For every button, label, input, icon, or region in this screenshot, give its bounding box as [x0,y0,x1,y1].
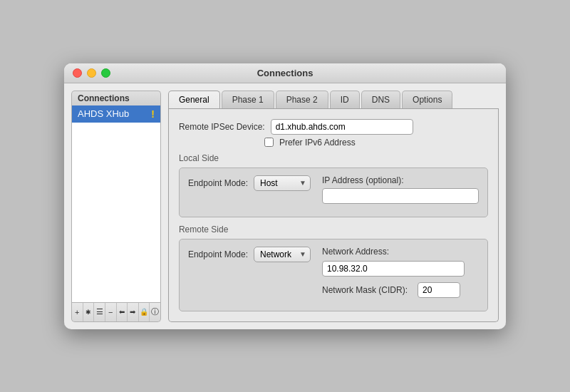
warning-icon: ! [151,108,155,120]
remote-ipsec-row: Remote IPSec Device: [179,119,488,135]
left-panel: Connections AHDS XHub ! + ✱ ☰ − ⬅ ➡ 🔒 ⓘ [71,91,161,322]
local-endpoint-select-wrapper: Host Network ▼ [254,175,311,191]
network-mask-input[interactable] [418,282,460,298]
import-button[interactable]: ⬅ [117,303,128,321]
local-endpoint-mode-select[interactable]: Host Network [254,175,311,191]
general-content: Remote IPSec Device: Prefer IPv6 Address… [168,109,499,322]
export-button[interactable]: ➡ [128,303,139,321]
tab-options[interactable]: Options [402,91,452,108]
remote-ipsec-label: Remote IPSec Device: [179,122,265,132]
remote-side-label: Remote Side [179,225,488,234]
tab-phase1[interactable]: Phase 1 [222,91,274,108]
connections-toolbar: + ✱ ☰ − ⬅ ➡ 🔒 ⓘ [71,303,161,322]
remote-endpoint-select-wrapper: Network Host ▼ [254,247,311,262]
add-connection-button[interactable]: + [72,303,83,321]
tab-general[interactable]: General [168,91,220,108]
info-button[interactable]: ⓘ [150,303,160,321]
tab-dns[interactable]: DNS [361,91,400,108]
lock-button[interactable]: 🔒 [139,303,150,321]
duplicate-button[interactable]: ✱ [83,303,95,321]
prefer-ipv6-checkbox[interactable] [264,138,274,147]
minimize-button[interactable] [87,68,96,78]
titlebar: Connections [64,63,506,83]
ip-address-optional-label: IP Address (optional): [322,175,479,185]
remote-side-panel: Endpoint Mode: Network Host ▼ Netw [179,239,488,311]
local-endpoint-mode-label: Endpoint Mode: [188,175,248,188]
remove-button[interactable]: − [105,303,117,321]
network-address-row: Network Address: [322,247,479,257]
remote-endpoint-row: Endpoint Mode: Network Host ▼ Netw [188,247,479,298]
remote-endpoint-mode-select[interactable]: Network Host [254,247,311,262]
traffic-lights [73,68,110,78]
connection-label: AHDS XHub [78,108,129,119]
local-side-label: Local Side [179,153,488,163]
network-mask-row: Network Mask (CIDR): [322,282,479,298]
connections-list: AHDS XHub ! [71,105,161,303]
remote-side-section: Remote Side Endpoint Mode: Network Host … [179,225,488,311]
tab-id[interactable]: ID [330,91,360,108]
remote-ipsec-input[interactable] [271,119,413,135]
prefer-ipv6-label: Prefer IPv6 Address [279,138,356,148]
tabs-bar: General Phase 1 Phase 2 ID DNS Options [168,91,499,109]
ip-address-input[interactable] [322,188,479,204]
connections-header: Connections [71,91,161,105]
network-address-input[interactable] [322,261,465,277]
list-button[interactable]: ☰ [94,303,105,321]
maximize-button[interactable] [101,68,110,78]
remote-endpoint-mode-label: Endpoint Mode: [188,247,248,259]
main-window: Connections Connections AHDS XHub ! + ✱ … [64,63,506,329]
network-mask-label: Network Mask (CIDR): [322,285,408,295]
local-side-panel: Endpoint Mode: Host Network ▼ [179,167,488,217]
local-side-section: Local Side Endpoint Mode: Host Network [179,153,488,217]
close-button[interactable] [73,68,82,78]
window-title: Connections [257,68,314,78]
tab-phase2[interactable]: Phase 2 [276,91,328,108]
local-endpoint-row: Endpoint Mode: Host Network ▼ [188,175,479,204]
right-panel: General Phase 1 Phase 2 ID DNS Options R… [168,91,499,322]
connection-item-ahds-xhub[interactable]: AHDS XHub ! [72,105,160,123]
window-body: Connections AHDS XHub ! + ✱ ☰ − ⬅ ➡ 🔒 ⓘ [64,83,506,329]
network-address-label: Network Address: [322,247,389,257]
prefer-ipv6-row: Prefer IPv6 Address [264,138,488,148]
